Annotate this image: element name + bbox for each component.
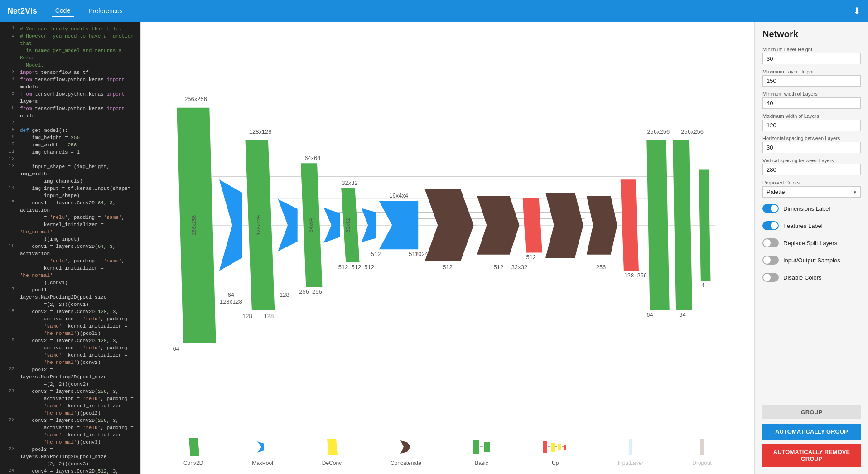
network-viz[interactable]: 256x256 64 64 128x128 128x128 128 128 12…	[141, 22, 754, 429]
code-line-12: 12	[0, 156, 140, 163]
svg-rect-53	[564, 445, 566, 450]
remove-group-button[interactable]: AUTOMATICALLY REMOVE GROUP	[762, 444, 861, 467]
toggle-replace-split-label: Replace Split Layers	[783, 240, 837, 247]
viz-area: 256x256 64 64 128x128 128x128 128 128 12…	[140, 22, 755, 474]
panel-title: Network	[762, 29, 861, 39]
svg-text:512: 512	[352, 264, 362, 271]
code-line-24: 24 conv4 = layers.Conv2D(512, 3, activat…	[0, 468, 140, 474]
right-panel: Network Minimum Layer Height Maximum Lay…	[755, 22, 868, 474]
toggle-disable-colors-switch[interactable]	[762, 273, 779, 282]
input-max-height[interactable]	[762, 75, 861, 87]
svg-text:256: 256	[312, 288, 322, 295]
svg-text:128x128: 128x128	[249, 128, 272, 135]
legend-label-conv2d: Conv2D	[183, 460, 203, 466]
legend-item-dropout[interactable]: Dropout	[692, 437, 712, 466]
input-v-spacing[interactable]	[762, 164, 861, 175]
svg-text:1024: 1024	[415, 251, 428, 257]
toggle-features-switch[interactable]	[762, 221, 779, 230]
svg-text:256x256: 256x256	[191, 215, 197, 235]
legend-label-concatenate: Concatenate	[391, 460, 421, 466]
code-line-20: 20 pool2 = layers.MaxPooling2D(pool_size…	[0, 366, 140, 388]
field-max-width: Maximum width of Layers	[762, 113, 861, 131]
code-line-10: 10 img_width = 256	[0, 141, 140, 149]
toggle-dimensions-switch[interactable]	[762, 204, 779, 213]
download-icon[interactable]: ⬇	[853, 5, 861, 16]
svg-text:512: 512	[526, 254, 536, 261]
svg-rect-54	[629, 439, 632, 455]
svg-rect-46	[484, 442, 490, 452]
code-line-3: 3 import tensorflow as tf	[0, 69, 140, 76]
svg-text:1: 1	[702, 282, 705, 289]
field-min-height: Minimum Layer Height	[762, 47, 861, 64]
legend-item-maxpool[interactable]: MaxPool	[252, 437, 273, 466]
legend-item-basic[interactable]: Basic	[470, 437, 493, 466]
svg-text:256x256: 256x256	[184, 96, 207, 102]
legend-item-conv2d[interactable]: Conv2D	[183, 437, 203, 466]
toggle-features[interactable]: Features Label	[762, 219, 861, 232]
layer-dec2[interactable]	[673, 140, 692, 310]
toggle-input-output[interactable]: Input/Output Samples	[762, 254, 861, 266]
input-min-width[interactable]	[762, 97, 861, 109]
field-label-max-height: Maximum Layer Height	[762, 69, 861, 74]
svg-text:128: 128	[280, 291, 289, 298]
svg-text:32x32: 32x32	[511, 264, 527, 271]
legend-label-dropout: Dropout	[692, 460, 712, 466]
svg-text:64x64: 64x64	[308, 218, 313, 232]
field-label-proposed-colors: Porposed Colors	[762, 180, 861, 185]
svg-text:64: 64	[173, 345, 179, 352]
svg-text:256x256: 256x256	[647, 128, 670, 135]
nav-preferences[interactable]: Preferences	[85, 5, 126, 16]
code-line-13: 13 input_shape = (img_height, img_width,…	[0, 163, 140, 185]
svg-text:512: 512	[338, 264, 348, 271]
svg-text:32x32: 32x32	[345, 218, 351, 232]
svg-text:256x256: 256x256	[681, 128, 704, 135]
toggle-input-output-switch[interactable]	[762, 256, 779, 265]
legend-bar: Conv2D MaxPool DeConv Conc	[141, 429, 754, 474]
legend-label-up: Up	[552, 460, 559, 466]
svg-text:64: 64	[646, 311, 653, 318]
layer-dec3[interactable]	[699, 170, 711, 281]
svg-rect-49	[551, 443, 555, 452]
legend-item-inputlayer[interactable]: InputLayer	[618, 437, 644, 466]
palette-select[interactable]: Palette	[762, 186, 861, 198]
code-line-6: 6 from tensorflow.python.keras import ut…	[0, 105, 140, 120]
code-line-2: 2 # However, you need to have a function…	[0, 33, 140, 69]
svg-marker-43	[400, 440, 410, 454]
code-line-22: 22 conv3 = layers.Conv2D(256, 3, activat…	[0, 417, 140, 446]
svg-text:512: 512	[494, 264, 504, 271]
svg-rect-44	[473, 440, 479, 454]
svg-text:32x32: 32x32	[342, 179, 357, 186]
code-panel[interactable]: 1 # You can freely modify this file. 2 #…	[0, 22, 140, 474]
svg-rect-51	[558, 444, 561, 450]
toggle-replace-split[interactable]: Replace Split Layers	[762, 237, 861, 249]
svg-text:512: 512	[364, 264, 374, 271]
nav-code[interactable]: Code	[52, 5, 74, 17]
legend-item-up[interactable]: Up	[542, 437, 569, 466]
toggle-replace-split-switch[interactable]	[762, 238, 779, 247]
legend-label-inputlayer: InputLayer	[618, 460, 644, 466]
layer-red2[interactable]	[621, 179, 639, 271]
legend-item-concatenate[interactable]: Concatenate	[391, 437, 421, 466]
input-min-height[interactable]	[762, 53, 861, 64]
layer-red1[interactable]	[523, 198, 542, 253]
network-svg: 256x256 64 64 128x128 128x128 128 128 12…	[141, 22, 754, 429]
svg-text:64: 64	[228, 291, 234, 298]
svg-marker-41	[257, 441, 264, 453]
svg-text:128: 128	[242, 313, 252, 319]
layer-dec1[interactable]	[646, 140, 669, 310]
code-line-23: 23 pool3 = layers.MaxPooling2D(pool_size…	[0, 446, 140, 468]
group-button[interactable]: GROUP	[762, 405, 861, 419]
svg-text:256: 256	[596, 264, 606, 271]
toggle-disable-colors[interactable]: Disable Colors	[762, 271, 861, 284]
field-palette: Porposed Colors Palette	[762, 180, 861, 198]
code-line-11: 11 img_channels = 1	[0, 149, 140, 156]
toggle-dimensions[interactable]: Dimensions Label	[762, 202, 861, 215]
code-line-5: 5 from tensorflow.python.keras import la…	[0, 91, 140, 105]
code-line-16: 16 conv1 = layers.Conv2D(64, 3, activati…	[0, 243, 140, 286]
field-label-v-spacing: Vertical spacing between Layers	[762, 158, 861, 163]
input-max-width[interactable]	[762, 120, 861, 131]
auto-group-button[interactable]: AUTOMATICALLY GROUP	[762, 424, 861, 440]
legend-label-deconv: DeConv	[322, 460, 342, 466]
input-h-spacing[interactable]	[762, 142, 861, 153]
legend-item-deconv[interactable]: DeConv	[322, 437, 342, 466]
